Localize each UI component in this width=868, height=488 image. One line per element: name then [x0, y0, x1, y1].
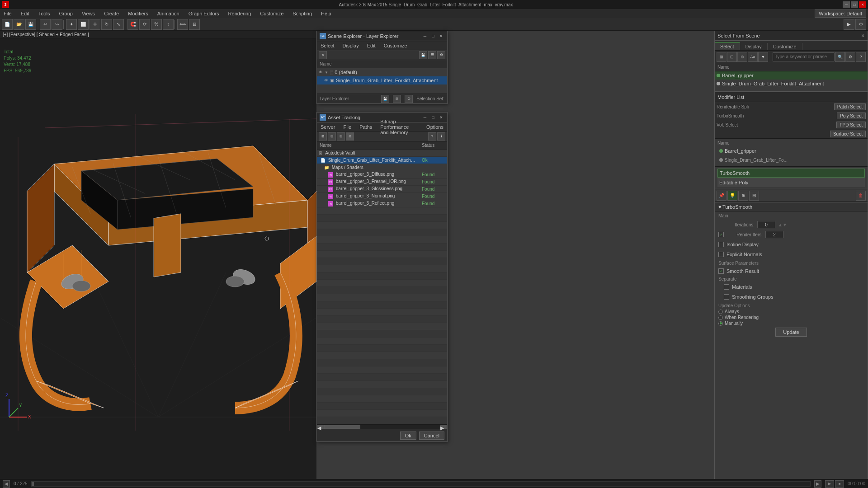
- at-menu-options[interactable]: Options: [425, 124, 445, 130]
- se-settings-btn[interactable]: ⚙: [437, 51, 445, 59]
- workspace-selector[interactable]: Workspace: Default: [815, 9, 866, 18]
- ts-iterations-spin[interactable]: ▲▼: [778, 222, 787, 227]
- timeline-scrubber[interactable]: [31, 481, 811, 487]
- ts-smooth-result-checkbox[interactable]: [718, 268, 724, 274]
- asset-row-reflect[interactable]: PS barrel_gripper_3_Reflect.png Found: [317, 200, 447, 207]
- ts-explicit-checkbox[interactable]: [718, 252, 724, 257]
- new-file-button[interactable]: 📄: [2, 19, 13, 30]
- poly-select-button[interactable]: Poly Select: [837, 113, 866, 119]
- menu-edit[interactable]: Edit: [19, 11, 31, 16]
- se-menu-customize[interactable]: Customize: [382, 43, 409, 48]
- ts-isoline-checkbox[interactable]: [718, 242, 724, 247]
- close-button[interactable]: ✕: [859, 1, 866, 8]
- spinner-snap-button[interactable]: ↕: [163, 19, 174, 30]
- at-btn-1[interactable]: ⊠: [319, 132, 327, 141]
- render-setup-button[interactable]: ⚙: [855, 19, 866, 30]
- ts-render-iters-input[interactable]: 2: [765, 231, 783, 238]
- select-button[interactable]: ✦: [66, 19, 77, 30]
- pin-stack-btn[interactable]: 📌: [717, 191, 726, 201]
- at-scroll-right[interactable]: ▶: [440, 425, 447, 429]
- at-menu-paths[interactable]: Paths: [358, 124, 374, 130]
- sfs-case-btn[interactable]: Aa: [748, 52, 758, 62]
- at-btn-3[interactable]: ⊟: [337, 132, 345, 141]
- timeline-prev-btn[interactable]: ◀: [3, 480, 10, 488]
- render-button[interactable]: ▶: [844, 19, 854, 30]
- ts-materials-checkbox[interactable]: [724, 284, 729, 290]
- select-region-button[interactable]: ⬜: [78, 19, 89, 30]
- at-info-btn[interactable]: ℹ: [437, 132, 445, 141]
- scene-explorer-close[interactable]: ✕: [438, 33, 444, 39]
- se-save-btn[interactable]: 💾: [419, 51, 427, 59]
- menu-modifiers[interactable]: Modifiers: [126, 11, 150, 16]
- patch-select-button[interactable]: Patch Select: [834, 103, 866, 110]
- sfs-tab-customize[interactable]: Customize: [768, 43, 802, 50]
- sfs-filter-btn[interactable]: ▼: [758, 52, 768, 62]
- minimize-button[interactable]: ─: [843, 1, 850, 8]
- se-footer-btn2[interactable]: ⊞: [393, 95, 401, 103]
- at-ok-button[interactable]: Ok: [400, 432, 416, 440]
- at-restore[interactable]: □: [430, 114, 436, 121]
- asset-row-vault[interactable]: 🗄 Autodesk Vault: [317, 150, 447, 157]
- at-hscrollbar[interactable]: ◀ ▶: [317, 424, 447, 429]
- sfs-tab-display[interactable]: Display: [740, 43, 768, 50]
- menu-file[interactable]: File: [2, 11, 14, 16]
- scale-button[interactable]: ⤡: [113, 19, 124, 30]
- sfs-none-btn[interactable]: ⊟: [727, 52, 737, 62]
- undo-button[interactable]: ↩: [40, 19, 51, 30]
- asset-row-normal[interactable]: PS barrel_gripper_3_Normal.png Found: [317, 193, 447, 200]
- at-minimize[interactable]: ─: [422, 114, 428, 121]
- at-scroll-track[interactable]: [324, 425, 440, 429]
- menu-tools[interactable]: Tools: [37, 11, 52, 16]
- se-footer-btn1[interactable]: 💾: [381, 95, 389, 103]
- align-button[interactable]: ⊟: [189, 19, 200, 30]
- fpd-select-button[interactable]: FPD Select: [836, 122, 866, 128]
- maximize-button[interactable]: □: [851, 1, 858, 8]
- open-file-button[interactable]: 📂: [14, 19, 24, 30]
- ts-iterations-input[interactable]: 0: [757, 221, 775, 228]
- asset-row-file[interactable]: 📄 Single_Drum_Grab_Lifter_Forklift_Attac…: [317, 157, 447, 164]
- layer-item-0[interactable]: 👁 ▼ ░ 0 (default): [317, 68, 447, 76]
- sfs-tab-select[interactable]: Select: [715, 42, 740, 50]
- se-footer-btn3[interactable]: ⚙: [405, 95, 413, 103]
- sfs-item-1[interactable]: Single_Drum_Grab_Lifter_Forklift_Attachm…: [715, 80, 868, 88]
- snap-toggle-button[interactable]: 🧲: [127, 19, 138, 30]
- se-close-btn[interactable]: ✕: [319, 51, 327, 59]
- at-menu-file[interactable]: File: [341, 124, 353, 130]
- percent-snap-button[interactable]: %: [151, 19, 162, 30]
- window-controls[interactable]: ─ □ ✕: [843, 1, 866, 8]
- ts-manually-circle[interactable]: [718, 321, 723, 326]
- sfs-close-btn[interactable]: ✕: [861, 33, 865, 38]
- at-menu-server[interactable]: Server: [319, 124, 337, 130]
- angle-snap-button[interactable]: ⟳: [139, 19, 150, 30]
- ts-manually-radio[interactable]: Manually: [718, 321, 864, 326]
- se-menu-select[interactable]: Select: [319, 43, 336, 48]
- se-menu-edit[interactable]: Edit: [365, 43, 377, 48]
- scene-explorer-restore[interactable]: □: [430, 33, 436, 39]
- timeline-playhead[interactable]: [32, 482, 34, 486]
- at-cancel-button[interactable]: Cancel: [419, 432, 444, 440]
- editablepoly-modifier-item[interactable]: Editable Poly: [717, 178, 865, 187]
- move-button[interactable]: ✛: [90, 19, 100, 30]
- timeline-next-btn[interactable]: ▶: [814, 480, 821, 488]
- sfs-invert-btn[interactable]: ⊕: [737, 52, 747, 62]
- sfs-all-btn[interactable]: ⊞: [717, 52, 726, 62]
- asset-row-diffuse[interactable]: PS barrel_gripper_3_Diffuse.png Found: [317, 171, 447, 178]
- rotate-button[interactable]: ↻: [101, 19, 112, 30]
- asset-row-maps[interactable]: 📁 Maps / Shaders: [317, 164, 447, 171]
- menu-help[interactable]: Help: [319, 11, 333, 16]
- sfs-help-icon[interactable]: ?: [856, 52, 866, 62]
- expand-icon-0[interactable]: ▼: [325, 70, 328, 75]
- ts-render-iters-checkbox[interactable]: [718, 232, 724, 237]
- sfs-item-0[interactable]: Barrel_gripper: [715, 71, 868, 80]
- menu-animation[interactable]: Animation: [156, 11, 181, 16]
- menu-scripting[interactable]: Scripting: [291, 11, 314, 16]
- se-menu-display[interactable]: Display: [341, 43, 361, 48]
- ts-always-radio[interactable]: Always: [718, 309, 864, 314]
- sfs-search-input[interactable]: [773, 52, 835, 61]
- at-close[interactable]: ✕: [438, 114, 444, 121]
- active-light-btn[interactable]: 💡: [727, 191, 737, 201]
- ts-always-circle[interactable]: [718, 310, 723, 314]
- menu-create[interactable]: Create: [102, 11, 121, 16]
- ts-when-rendering-radio[interactable]: When Rendering: [718, 315, 864, 320]
- menu-group[interactable]: Group: [57, 11, 75, 16]
